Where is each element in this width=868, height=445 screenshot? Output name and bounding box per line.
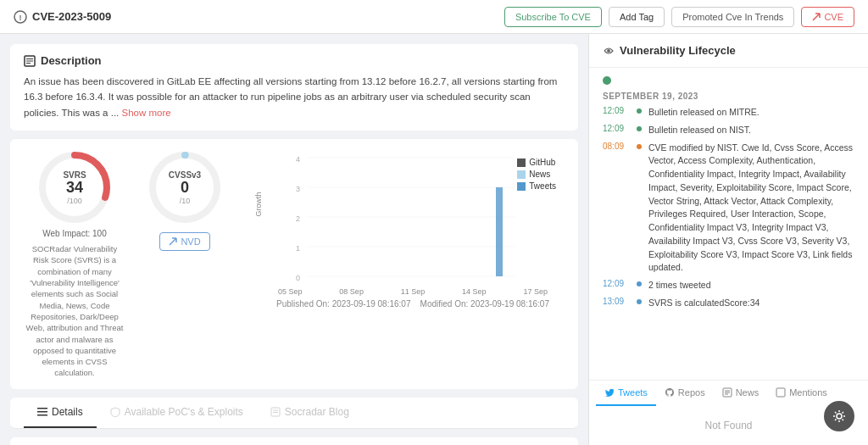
tab-blog[interactable]: Socradar Blog [257,398,363,428]
settings-fab[interactable] [824,401,854,431]
svg-rect-36 [776,388,785,397]
mentions-icon [776,387,786,398]
lifecycle-content: SEPTEMBER 19, 2023 12:09 Bulletin releas… [589,68,868,380]
svg-text:4: 4 [296,155,300,164]
nvd-button[interactable]: NVD [159,232,209,251]
cve-button[interactable]: CVE [801,7,854,27]
external-link-icon [812,13,821,21]
cve-title: CVE-2023-5009 [32,10,111,23]
timeline-item: 12:09 Bulletin released on MITRE. [603,106,854,120]
date-group-title: SEPTEMBER 19, 2023 [603,92,854,101]
time-label: 12:09 [603,124,630,133]
timeline-item: 12:09 2 times tweeted [603,279,854,292]
top-bar: ! CVE-2023-5009 Subscribe To CVE Add Tag… [0,0,868,34]
timeline-dot [637,281,642,286]
tab-details[interactable]: Details [24,398,97,428]
web-impact-label: Web Impact: 100 [42,229,106,238]
metrics-row: SVRS 34 /100 Web Impact: 100 SOCRadar Vu… [10,139,578,389]
timeline-events: 12:09 Bulletin released on MITRE. 12:09 … [603,106,854,310]
time-label: 12:09 [603,106,630,115]
svg-point-31 [607,49,610,53]
timeline-dot [637,126,642,131]
svrs-container: SVRS 34 /100 Web Impact: 100 SOCRadar Vu… [24,149,125,379]
svg-rect-21 [37,408,47,409]
cve-icon: ! [14,10,27,24]
cvss-gauge: CVSSv3 0 /10 [147,149,223,225]
description-card: Description An issue has been discovered… [10,44,578,131]
tweets-dot [517,182,526,191]
time-label: 12:09 [603,279,630,288]
tab-poc[interactable]: Available PoC's & Exploits [97,398,257,428]
legend-news: News [517,170,556,179]
social-tab-news[interactable]: News [714,381,768,406]
growth-label: Growth [254,192,263,217]
event-text: 2 times tweeted [648,279,854,292]
news-icon [722,387,732,398]
event-text: Bulletin released on MITRE. [648,106,854,120]
cvss-container: CVSSv3 0 /10 NVD [134,149,236,251]
twitter-icon [604,387,615,398]
description-title: Description [24,54,565,67]
legend-github: GitHub [517,158,556,167]
time-label: 08:09 [603,142,630,151]
active-dot [603,76,611,85]
lifecycle-header: Vulnerability Lifecycle [589,34,868,68]
timeline-dot [637,144,642,149]
timeline-item: 13:09 SVRS is calculatedScore:34 [603,297,854,310]
github-dot [517,159,526,167]
show-more-link[interactable]: Show more [121,108,170,118]
event-text: CVE modified by NIST. Cwe Id, Cvss Score… [648,142,854,275]
svg-rect-23 [37,414,47,416]
lifecycle-icon [603,45,615,57]
timeline-dot [637,299,642,304]
svg-rect-20 [496,187,503,276]
event-text: SVRS is calculatedScore:34 [648,297,854,310]
timeline-item: 08:09 CVE modified by NIST. Cwe Id, Cvss… [603,142,854,275]
chart-dates: Published On: 2023-09-19 08:16:07 Modifi… [261,299,565,309]
blog-icon [270,407,281,417]
social-tab-tweets[interactable]: Tweets [596,381,656,406]
svrs-description: SOCRadar Vulnerability Risk Score (SVRS)… [24,243,125,379]
description-text: An issue has been discovered in GitLab E… [24,74,565,120]
references-card: References Reference Link Mitre https://… [10,437,578,445]
add-tag-button[interactable]: Add Tag [609,7,665,27]
news-dot [517,170,526,179]
gear-icon [832,409,846,423]
chart-x-labels: 05 Sep 08 Sep 11 Sep 14 Sep 17 Sep [261,287,565,296]
chart-legend: GitHub News Tweets [517,158,556,191]
svg-text:3: 3 [296,185,300,193]
svrs-gauge: SVRS 34 /100 [36,149,113,225]
social-tab-repos[interactable]: Repos [656,381,714,406]
external-link-icon-nvd [169,237,177,246]
left-panel: Description An issue has been discovered… [0,34,588,445]
event-text: Bulletin released on NIST. [648,124,854,137]
svg-rect-22 [37,411,47,413]
timeline-dot [637,108,642,114]
page-title: ! CVE-2023-5009 [14,10,498,24]
timeline-item: 12:09 Bulletin released on NIST. [603,124,854,137]
action-buttons: Subscribe To CVE Add Tag Promoted Cve In… [504,7,854,27]
svg-text:2: 2 [296,214,300,223]
svg-text:!: ! [19,14,22,22]
shield-icon [110,407,120,417]
right-panel: Vulnerability Lifecycle SEPTEMBER 19, 20… [588,34,868,445]
legend-tweets: Tweets [517,181,556,191]
svg-text:1: 1 [296,244,300,253]
svg-point-38 [837,414,842,419]
social-tab-mentions[interactable]: Mentions [767,381,836,406]
subscribe-button[interactable]: Subscribe To CVE [504,7,602,27]
github-icon [665,387,675,398]
svg-text:0: 0 [296,274,300,282]
time-label: 13:09 [603,297,630,306]
chart-section: Growth 0 1 2 3 4 [244,149,565,309]
promote-button[interactable]: Promoted Cve In Trends [671,7,794,27]
social-tabs-bar: Tweets Repos News [589,380,868,406]
description-icon [24,55,36,67]
tabs-bar: Details Available PoC's & Exploits Socra… [10,398,578,429]
list-icon [37,407,47,417]
